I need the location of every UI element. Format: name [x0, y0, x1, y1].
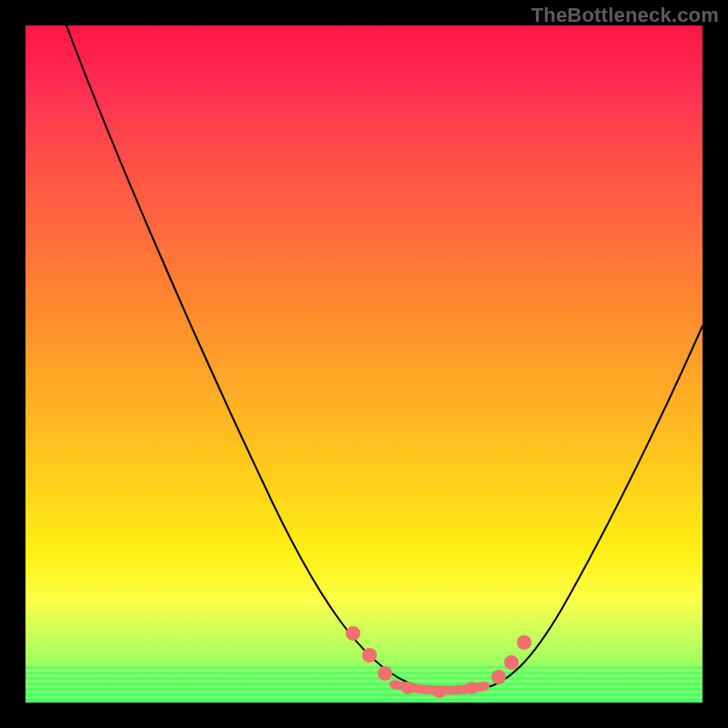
svg-point-5 [465, 682, 478, 694]
watermark-label: TheBottleneck.com [531, 4, 719, 27]
plot-area [25, 25, 703, 703]
svg-point-3 [401, 682, 414, 694]
bottleneck-curve [66, 25, 703, 691]
chart-frame: TheBottleneck.com [0, 0, 728, 728]
svg-point-0 [346, 626, 360, 641]
svg-point-1 [362, 648, 377, 662]
svg-point-2 [378, 666, 392, 681]
svg-point-6 [491, 670, 506, 684]
svg-point-7 [504, 655, 519, 670]
curve-svg [25, 25, 703, 703]
svg-point-4 [433, 685, 446, 698]
optimal-markers [346, 626, 531, 698]
svg-point-8 [517, 635, 531, 650]
